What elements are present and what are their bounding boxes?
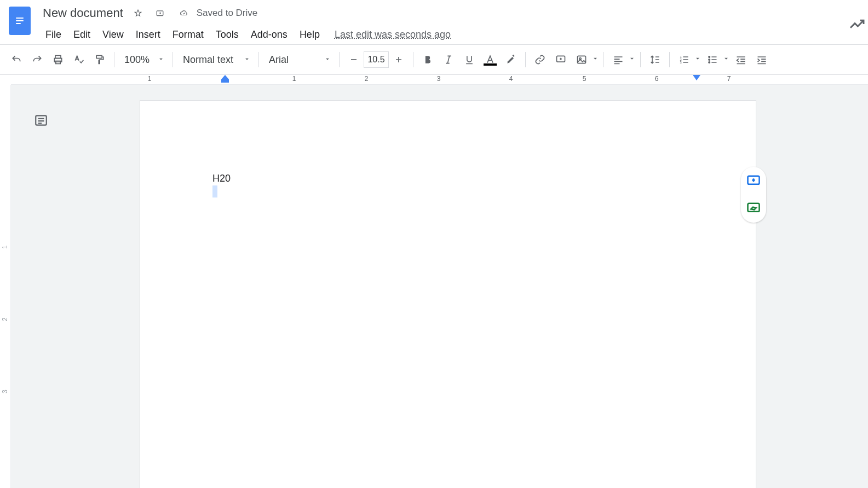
saved-label: Saved to Drive — [197, 8, 258, 19]
text-selection — [212, 185, 217, 197]
left-indent-marker[interactable] — [221, 75, 229, 84]
docs-logo[interactable] — [9, 7, 31, 35]
numbered-list-dropdown[interactable]: 123 — [674, 50, 702, 69]
right-indent-marker[interactable] — [693, 75, 700, 83]
italic-button[interactable] — [439, 50, 458, 69]
menu-addons[interactable]: Add-ons — [245, 26, 294, 44]
separator — [114, 52, 114, 67]
insert-image-dropdown[interactable] — [572, 50, 599, 69]
numbered-list-icon: 123 — [674, 50, 694, 69]
toolbar: 100% Normal text Arial 123 — [0, 45, 868, 75]
text-color-button[interactable] — [480, 50, 500, 69]
add-comment-button[interactable] — [551, 50, 571, 69]
menu-edit[interactable]: Edit — [67, 26, 96, 44]
ruler-num: 4 — [509, 75, 513, 83]
redo-button[interactable] — [27, 50, 47, 69]
menu-tools[interactable]: Tools — [210, 26, 245, 44]
decrease-font-size-button[interactable] — [344, 50, 364, 69]
print-button[interactable] — [48, 50, 68, 69]
increase-font-size-button[interactable] — [389, 50, 409, 69]
separator — [339, 52, 340, 67]
caret-down-icon — [591, 55, 599, 65]
menu-file[interactable]: File — [39, 26, 67, 44]
workspace: 1 2 3 H20 — [0, 85, 868, 488]
ruler-num: 5 — [583, 75, 587, 83]
increase-indent-button[interactable] — [752, 50, 772, 69]
svg-point-14 — [709, 56, 710, 58]
zoom-value: 100% — [124, 54, 150, 66]
activity-dashboard-icon[interactable] — [848, 15, 866, 35]
svg-point-15 — [709, 59, 710, 61]
header-main: New document Saved to Drive File Edit — [39, 4, 859, 45]
bulleted-list-dropdown[interactable] — [703, 50, 730, 69]
document-title[interactable]: New document — [39, 5, 127, 21]
svg-rect-9 — [578, 56, 586, 63]
svg-text:3: 3 — [680, 61, 682, 64]
add-comment-side-button[interactable] — [746, 173, 761, 189]
move-to-folder-icon[interactable] — [156, 7, 168, 19]
suggest-edits-side-button[interactable] — [746, 201, 761, 216]
font-dropdown[interactable]: Arial — [263, 50, 335, 69]
ruler-num: 1 — [148, 75, 152, 83]
ruler-num: 2 — [1, 317, 9, 321]
cloud-done-icon — [180, 7, 192, 19]
zoom-dropdown[interactable]: 100% — [119, 50, 168, 69]
svg-rect-1 — [16, 20, 24, 21]
document-text: H20 — [212, 173, 231, 184]
separator — [669, 52, 670, 67]
bulleted-list-icon — [703, 50, 722, 69]
menu-help[interactable]: Help — [294, 26, 326, 44]
title-actions: Saved to Drive — [134, 7, 258, 19]
decrease-indent-button[interactable] — [731, 50, 751, 69]
caret-down-icon — [324, 54, 331, 66]
ruler-num: 3 — [437, 75, 441, 83]
last-edit-link[interactable]: Last edit was seconds ago — [335, 29, 451, 40]
font-size-group — [344, 50, 409, 69]
horizontal-ruler[interactable]: 1 1 2 3 4 5 6 7 — [11, 75, 868, 85]
menu-format[interactable]: Format — [166, 26, 210, 44]
separator — [173, 52, 173, 67]
app-header: New document Saved to Drive File Edit — [0, 0, 868, 45]
svg-rect-2 — [16, 23, 21, 24]
paint-format-button[interactable] — [90, 50, 110, 69]
caret-down-icon — [628, 55, 636, 65]
vertical-ruler[interactable]: 1 2 3 — [0, 85, 11, 488]
svg-point-16 — [709, 62, 710, 63]
line-spacing-button[interactable] — [645, 50, 665, 69]
menu-view[interactable]: View — [96, 26, 130, 44]
bold-button[interactable] — [418, 50, 438, 69]
ruler-num: 1 — [292, 75, 296, 83]
menu-insert[interactable]: Insert — [130, 26, 166, 44]
highlight-color-button[interactable] — [501, 50, 521, 69]
menubar: File Edit View Insert Format Tools Add-o… — [39, 24, 859, 45]
document-page[interactable]: H20 — [140, 100, 756, 488]
undo-button[interactable] — [7, 50, 26, 69]
page-content[interactable]: H20 — [212, 173, 683, 197]
paragraph-style-value: Normal text — [183, 54, 233, 66]
underline-button[interactable] — [459, 50, 479, 69]
ruler-num: 3 — [1, 390, 9, 393]
caret-down-icon — [722, 55, 730, 65]
saved-status: Saved to Drive — [180, 7, 258, 19]
insert-link-button[interactable] — [530, 50, 550, 69]
image-icon — [572, 50, 591, 69]
side-actions-panel — [741, 167, 766, 223]
caret-down-icon — [243, 54, 251, 66]
separator — [413, 52, 413, 67]
caret-down-icon — [694, 55, 702, 65]
star-icon[interactable] — [134, 7, 146, 19]
outline-toggle-button[interactable] — [33, 112, 49, 129]
spellcheck-button[interactable] — [69, 50, 89, 69]
svg-rect-7 — [96, 56, 102, 59]
svg-rect-0 — [16, 18, 24, 19]
svg-rect-17 — [221, 79, 229, 83]
ruler-num: 2 — [365, 75, 369, 83]
font-size-input[interactable] — [364, 51, 389, 68]
separator — [640, 52, 641, 67]
paragraph-style-dropdown[interactable]: Normal text — [177, 50, 254, 69]
font-value: Arial — [269, 54, 289, 66]
ruler-num: 7 — [727, 75, 731, 83]
align-dropdown[interactable] — [608, 50, 636, 69]
title-row: New document Saved to Drive — [39, 4, 859, 22]
ruler-num: 6 — [655, 75, 659, 83]
